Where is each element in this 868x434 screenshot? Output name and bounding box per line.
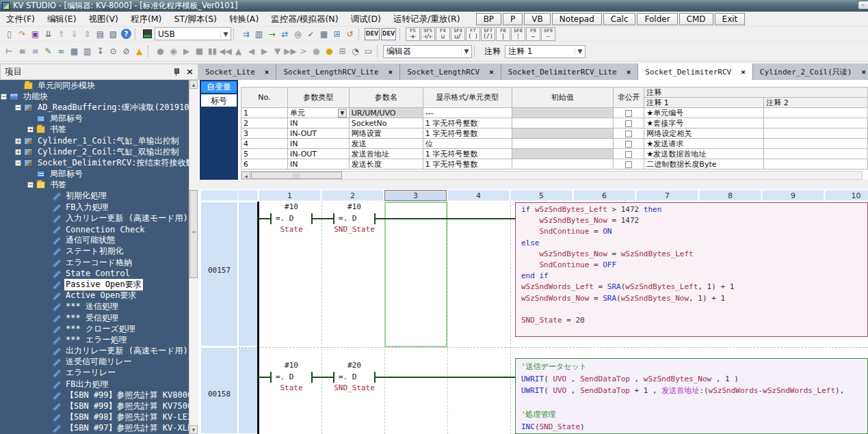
cell-no[interactable]: 4 (241, 139, 288, 149)
pane-splitter[interactable] (198, 180, 868, 189)
tree-item[interactable]: −AD_ReadBuffering:缓冲读取(20191015) (0, 102, 189, 113)
tree-item[interactable]: 初期化処理 (0, 191, 189, 202)
transfer-both-icon[interactable]: ⇄ (278, 28, 291, 40)
tree-expander[interactable]: − (1, 94, 7, 100)
menu-item[interactable]: ST/脚本(S) (168, 12, 222, 26)
tree-item[interactable]: 【SBN #98】参照先計算 KV-LE21 (0, 412, 189, 423)
tree-item[interactable]: 局部标号 (0, 113, 189, 124)
draw-line-icon[interactable]: ⊢ (3, 45, 16, 57)
cell-param-type[interactable]: 单元▼ (287, 108, 349, 118)
cell-param-type[interactable]: IN (287, 118, 349, 128)
tree-item[interactable]: Active Open要求 (0, 290, 189, 301)
unit-monitor-icon[interactable]: ▥ (81, 45, 94, 57)
cell-comment1[interactable]: 网络设定相关 (644, 128, 764, 139)
ladder-column-header[interactable]: 10 (825, 190, 868, 201)
table-horizontal-scrollbar[interactable]: ◀ ||| (241, 171, 863, 180)
tree-item[interactable]: *** 送信処理 (0, 301, 189, 312)
menu-item[interactable]: 编辑(E) (41, 12, 83, 26)
rung-number[interactable]: 00158 (200, 390, 238, 398)
tree-expander[interactable]: − (15, 160, 21, 166)
editor-tab[interactable]: Cylinder_2_Coil(只读)× (753, 64, 868, 80)
cell-display-format[interactable]: 1 字无符号整数 (423, 149, 512, 159)
quick-launch-button[interactable]: P (503, 13, 523, 25)
close-icon[interactable]: × (186, 68, 194, 76)
time-chart-icon[interactable]: ⊙ (107, 45, 120, 57)
tree-expander[interactable]: + (27, 126, 34, 133)
cell-no[interactable]: 5 (241, 149, 288, 159)
tree-item[interactable]: エラーリレー (0, 368, 189, 379)
side-tab-arguments[interactable]: 自变量 (201, 81, 237, 93)
help-icon[interactable]: ? (121, 29, 131, 39)
tree-item[interactable]: FB出力処理 (0, 379, 189, 390)
private-checkbox[interactable] (625, 131, 632, 137)
tree-item[interactable]: 出力リレー更新 (高速モード用) (0, 346, 189, 357)
editor-tab[interactable]: Socket_Lite× (198, 64, 276, 80)
step-up-icon[interactable]: ▲ (232, 45, 245, 57)
cell-comment2[interactable] (764, 149, 868, 159)
quick-launch-button[interactable]: Folder (637, 13, 677, 25)
tree-item[interactable]: 【SBN #97】参照先計算 KV-XLE0 (0, 423, 189, 434)
cell-display-format[interactable]: 位 (423, 139, 512, 149)
editor-tab[interactable]: Socket_DelimiterRCV× (638, 64, 752, 80)
editor-tab[interactable]: Socket_LengthRCV_Lite× (276, 64, 400, 80)
quick-launch-button[interactable]: Exit (715, 13, 746, 25)
tree-item[interactable]: +Cylinder_1_Coil:气缸_单输出控制 (0, 135, 189, 146)
menu-item[interactable]: 转换(A) (223, 12, 265, 26)
cell-param-name[interactable]: SocketNo (349, 118, 423, 128)
cell-param-type[interactable]: IN-OUT (287, 149, 349, 159)
scrollbar-thumb[interactable] (189, 190, 198, 278)
ladder-column-header[interactable]: 9 (762, 190, 824, 201)
project-tree-scrollbar[interactable]: ▲ ▼ (189, 80, 198, 434)
tree-item[interactable]: 单元间同步模块 (0, 80, 189, 91)
step-down-icon[interactable]: ▼ (271, 45, 284, 57)
cell-display-format[interactable]: 1 字无符号整数 (423, 159, 512, 169)
time-chart-2-icon[interactable]: ⊘ (120, 45, 133, 57)
tab-close-icon[interactable]: × (627, 68, 631, 77)
monitor-start-icon[interactable]: → (265, 28, 278, 40)
cell-comment2[interactable] (764, 128, 868, 139)
tree-item[interactable]: 【SBN #99】参照先計算 KV8000 (0, 390, 189, 401)
private-checkbox[interactable] (625, 161, 632, 168)
cell-display-format[interactable]: 1 字无符号整数 (423, 128, 512, 139)
cell-param-name[interactable]: 发送首地址 (349, 149, 423, 159)
editor-tab[interactable]: Socket_LengthRCV× (400, 64, 501, 80)
cell-comment2[interactable] (764, 139, 868, 149)
cell-no[interactable]: 6 (241, 159, 288, 169)
scroll-left-icon[interactable]: ◀ (241, 172, 250, 179)
verify-icon[interactable]: ⇕ (81, 28, 94, 40)
tree-expander[interactable]: − (27, 182, 34, 188)
ladder-column-header[interactable]: 6 (573, 190, 635, 201)
tree-item[interactable]: *** クローズ処理 (0, 323, 189, 334)
hand-pause-icon[interactable]: ● (323, 45, 336, 57)
ladder-column-header[interactable]: 2 (321, 190, 384, 201)
quick-launch-button[interactable]: VB (524, 13, 550, 25)
ladder-instruction-button-sf4[interactable]: SF4⊔/ (451, 27, 465, 41)
tree-item[interactable]: *** エラー処理 (0, 334, 189, 345)
cell-param-type[interactable]: IN-OUT (287, 128, 349, 139)
cell-initial-value[interactable] (512, 139, 614, 149)
step-forward-icon[interactable]: ▶ (258, 45, 271, 57)
open-file-icon[interactable]: ↷ (16, 28, 29, 40)
cell-comment1[interactable]: ★发送数据首地址 (644, 149, 764, 159)
find-unit-icon[interactable]: ◎ (291, 28, 304, 40)
ladder-column-header[interactable]: 7 (636, 190, 698, 201)
tree-item[interactable]: Passive Open要求 (0, 279, 189, 290)
print-preview-icon[interactable]: ▧ (107, 28, 120, 40)
stopwatch-icon[interactable]: ◔ (349, 45, 362, 57)
side-tab-labels[interactable]: 标号 (201, 94, 237, 107)
ladder-instruction-button-f7[interactable]: F7( ) (466, 27, 480, 41)
quick-launch-button[interactable]: CMD (679, 13, 713, 25)
ladder-instruction-button-f9[interactable]: F9─ (526, 27, 540, 41)
cell-initial-value[interactable] (512, 159, 614, 169)
st-script-box[interactable]: if wSzSndBytes_Left > 1472 then wSzSndBy… (515, 202, 868, 337)
quick-launch-button[interactable]: Calc (603, 13, 636, 25)
device-list-icon[interactable]: ≡ (16, 45, 29, 57)
scrollbar-thumb[interactable]: ||| (251, 172, 342, 179)
ladder-instruction-button-sf7[interactable]: SF7(/) (481, 27, 495, 41)
ladder-instruction-button-sf9[interactable]: SF9┈ (541, 27, 555, 41)
record-icon[interactable]: ● (154, 45, 167, 57)
cell-comment1[interactable]: ★套接字号 (644, 118, 764, 128)
cell-initial-value[interactable] (512, 128, 614, 139)
download-icon[interactable]: ↧ (94, 45, 107, 57)
tab-close-icon[interactable]: × (741, 68, 746, 77)
